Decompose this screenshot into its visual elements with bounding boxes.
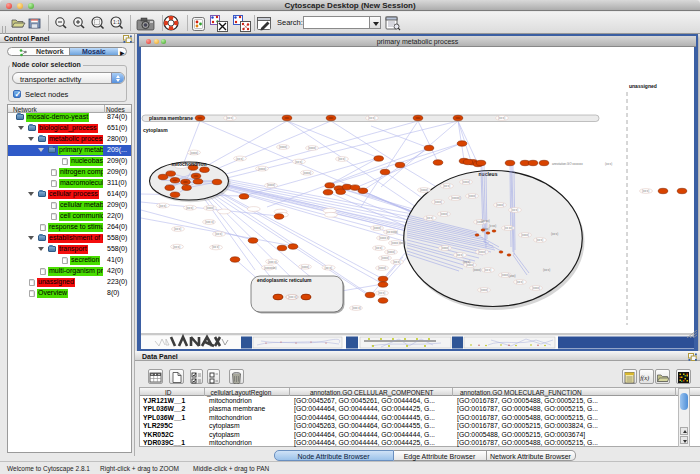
svg-text:(xxxx): (xxxx) (206, 206, 214, 210)
svg-text:(xx:x): (xx:x) (215, 232, 222, 236)
svg-text:(xx:x): (xx:x) (605, 162, 612, 166)
svg-text:(xxxx): (xxxx) (420, 188, 428, 192)
svg-text:(xxxx): (xxxx) (279, 145, 287, 149)
svg-text:(xxxx): (xxxx) (303, 171, 311, 175)
svg-text:(xxxx xxxx): (xxxx xxxx) (391, 241, 406, 245)
svg-text:(xx:x): (xx:x) (498, 116, 505, 120)
svg-text:endoplasmic reticulum: endoplasmic reticulum (257, 277, 312, 283)
svg-text:(xx:x): (xx:x) (173, 245, 180, 249)
svg-text:(xxxx): (xxxx) (308, 146, 316, 150)
svg-text:(xxx): (xxx) (509, 274, 516, 278)
svg-text:(xx:x): (xx:x) (174, 227, 181, 231)
svg-text:(xxxx): (xxxx) (387, 250, 395, 254)
svg-text:(xxxx): (xxxx) (496, 203, 504, 207)
svg-text:f(x): f(x) (640, 374, 649, 382)
svg-text:(xxx x): (xxx x) (352, 306, 361, 310)
svg-text:(xxxx): (xxxx) (258, 167, 266, 171)
svg-text:(xxxx): (xxxx) (378, 266, 386, 270)
svg-text:(xx:x): (xx:x) (463, 260, 470, 264)
svg-text:(xxxx): (xxxx) (473, 268, 481, 272)
svg-text:(xxxx): (xxxx) (462, 180, 470, 184)
svg-text:(xxxx): (xxxx) (190, 151, 198, 155)
svg-text:(xx:xx): (xx:xx) (481, 219, 490, 223)
svg-text:(xx xx): (xx xx) (504, 226, 513, 230)
svg-text:(xxxx): (xxxx) (434, 200, 442, 204)
svg-text:annotation.GO xxxxxxx: annotation.GO xxxxxxx (552, 162, 583, 166)
svg-text:(xx:x): (xx:x) (338, 157, 345, 161)
svg-text:(xxxx): (xxxx) (468, 194, 476, 198)
svg-text:(xxxx): (xxxx) (301, 265, 309, 269)
svg-text:(xxxx): (xxxx) (532, 286, 540, 290)
svg-text:(xx:x): (xx:x) (642, 189, 649, 193)
svg-text:plasma membrane: plasma membrane (149, 115, 193, 121)
svg-text:(xxxx): (xxxx) (521, 233, 529, 237)
svg-text:(xxxx): (xxxx) (373, 226, 381, 230)
svg-text:(xx:x): (xx:x) (368, 116, 375, 120)
svg-text:(xxxx): (xxxx) (441, 246, 449, 250)
svg-text:(xx:x): (xx:x) (378, 291, 385, 295)
svg-text:(xxxxxxx): (xxxxxxx) (264, 266, 277, 270)
svg-text:(xxxx): (xxxx) (501, 273, 509, 277)
svg-text:(xx:x): (xx:x) (375, 246, 382, 250)
svg-text:(xxx x): (xxx x) (205, 220, 214, 224)
svg-text:(xx:x): (xx:x) (511, 208, 518, 212)
svg-text:(xx:x): (xx:x) (443, 184, 450, 188)
svg-text:(xxxx): (xxxx) (480, 288, 488, 292)
svg-text:(xx:x): (xx:x) (484, 268, 491, 272)
svg-text:(xxx x): (xxx x) (268, 260, 277, 264)
svg-text:(xxxx): (xxxx) (381, 256, 389, 260)
svg-text:(xx:x): (xx:x) (159, 204, 166, 208)
svg-text:(xxxx x): (xxxx x) (379, 236, 389, 240)
svg-text:unassigned: unassigned (629, 83, 657, 89)
svg-text:(xxxx): (xxxx) (267, 183, 275, 187)
svg-text:(xx:x): (xx:x) (426, 216, 433, 220)
svg-text:(xx:x): (xx:x) (536, 238, 543, 242)
svg-text:(xxx x): (xxx x) (288, 295, 297, 299)
svg-text:1:1: 1:1 (113, 19, 120, 25)
svg-text:(xx:x): (xx:x) (456, 253, 463, 257)
svg-text:(xx:xxxx): (xx:xxxx) (386, 230, 398, 234)
svg-text:(xx:x): (xx:x) (186, 206, 193, 210)
svg-text:mitochondrion: mitochondrion (172, 161, 207, 167)
svg-text:(xx:x): (xx:x) (551, 232, 558, 236)
svg-text:(xx x): (xx x) (212, 245, 219, 249)
svg-text:(xxxxx): (xxxxx) (451, 196, 461, 200)
svg-text:(x:xx): (x:xx) (489, 224, 496, 228)
svg-text:(xx:x): (xx:x) (543, 268, 550, 272)
svg-text:(xxxx): (xxxx) (478, 250, 486, 254)
svg-text:(xxxx): (xxxx) (440, 212, 448, 216)
svg-text:(xx:x): (xx:x) (295, 160, 302, 164)
svg-text:(xx:x): (xx:x) (236, 157, 243, 161)
svg-text:(xx:x): (xx:x) (226, 116, 233, 120)
svg-text:(xx:x): (xx:x) (325, 266, 332, 270)
svg-text:(xx:x): (xx:x) (393, 260, 400, 264)
svg-text:cytoplasm: cytoplasm (143, 127, 168, 133)
svg-text:(xx:x): (xx:x) (516, 280, 523, 284)
